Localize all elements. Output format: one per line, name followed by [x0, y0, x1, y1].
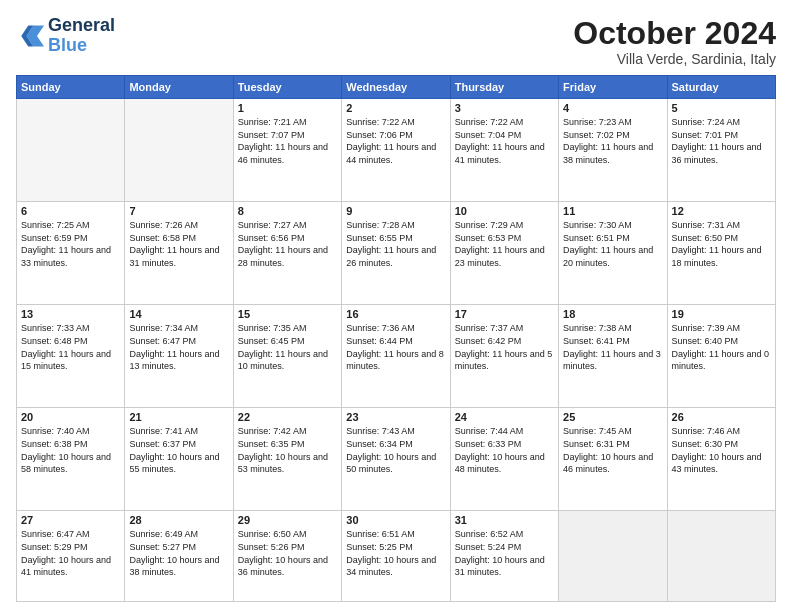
day-info: Sunrise: 6:50 AM Sunset: 5:26 PM Dayligh… [238, 528, 337, 578]
calendar-cell: 2Sunrise: 7:22 AM Sunset: 7:06 PM Daylig… [342, 99, 450, 202]
weekday-header: Friday [559, 76, 667, 99]
day-info: Sunrise: 7:44 AM Sunset: 6:33 PM Dayligh… [455, 425, 554, 475]
calendar-cell: 26Sunrise: 7:46 AM Sunset: 6:30 PM Dayli… [667, 408, 775, 511]
day-info: Sunrise: 6:47 AM Sunset: 5:29 PM Dayligh… [21, 528, 120, 578]
calendar-cell [559, 511, 667, 602]
calendar-cell: 7Sunrise: 7:26 AM Sunset: 6:58 PM Daylig… [125, 202, 233, 305]
day-number: 7 [129, 205, 228, 217]
calendar-cell: 9Sunrise: 7:28 AM Sunset: 6:55 PM Daylig… [342, 202, 450, 305]
day-info: Sunrise: 7:39 AM Sunset: 6:40 PM Dayligh… [672, 322, 771, 372]
subtitle: Villa Verde, Sardinia, Italy [573, 51, 776, 67]
day-info: Sunrise: 7:26 AM Sunset: 6:58 PM Dayligh… [129, 219, 228, 269]
day-info: Sunrise: 6:52 AM Sunset: 5:24 PM Dayligh… [455, 528, 554, 578]
header: General Blue October 2024 Villa Verde, S… [16, 16, 776, 67]
month-title: October 2024 [573, 16, 776, 51]
day-number: 6 [21, 205, 120, 217]
day-number: 18 [563, 308, 662, 320]
day-info: Sunrise: 7:22 AM Sunset: 7:04 PM Dayligh… [455, 116, 554, 166]
day-number: 22 [238, 411, 337, 423]
calendar-cell: 12Sunrise: 7:31 AM Sunset: 6:50 PM Dayli… [667, 202, 775, 305]
day-info: Sunrise: 6:51 AM Sunset: 5:25 PM Dayligh… [346, 528, 445, 578]
day-info: Sunrise: 7:37 AM Sunset: 6:42 PM Dayligh… [455, 322, 554, 372]
day-number: 31 [455, 514, 554, 526]
calendar-cell: 1Sunrise: 7:21 AM Sunset: 7:07 PM Daylig… [233, 99, 341, 202]
day-info: Sunrise: 7:33 AM Sunset: 6:48 PM Dayligh… [21, 322, 120, 372]
day-info: Sunrise: 7:23 AM Sunset: 7:02 PM Dayligh… [563, 116, 662, 166]
calendar-cell: 17Sunrise: 7:37 AM Sunset: 6:42 PM Dayli… [450, 305, 558, 408]
day-number: 13 [21, 308, 120, 320]
day-number: 26 [672, 411, 771, 423]
logo: General Blue [16, 16, 115, 56]
day-info: Sunrise: 7:25 AM Sunset: 6:59 PM Dayligh… [21, 219, 120, 269]
calendar-cell: 24Sunrise: 7:44 AM Sunset: 6:33 PM Dayli… [450, 408, 558, 511]
calendar-cell: 15Sunrise: 7:35 AM Sunset: 6:45 PM Dayli… [233, 305, 341, 408]
calendar-cell: 19Sunrise: 7:39 AM Sunset: 6:40 PM Dayli… [667, 305, 775, 408]
day-number: 30 [346, 514, 445, 526]
calendar-cell: 5Sunrise: 7:24 AM Sunset: 7:01 PM Daylig… [667, 99, 775, 202]
day-number: 17 [455, 308, 554, 320]
weekday-header: Thursday [450, 76, 558, 99]
day-number: 25 [563, 411, 662, 423]
calendar-cell: 10Sunrise: 7:29 AM Sunset: 6:53 PM Dayli… [450, 202, 558, 305]
day-info: Sunrise: 7:35 AM Sunset: 6:45 PM Dayligh… [238, 322, 337, 372]
day-number: 27 [21, 514, 120, 526]
day-number: 24 [455, 411, 554, 423]
calendar-cell: 22Sunrise: 7:42 AM Sunset: 6:35 PM Dayli… [233, 408, 341, 511]
weekday-header: Saturday [667, 76, 775, 99]
day-number: 19 [672, 308, 771, 320]
day-info: Sunrise: 7:31 AM Sunset: 6:50 PM Dayligh… [672, 219, 771, 269]
day-info: Sunrise: 7:24 AM Sunset: 7:01 PM Dayligh… [672, 116, 771, 166]
day-info: Sunrise: 7:43 AM Sunset: 6:34 PM Dayligh… [346, 425, 445, 475]
calendar-cell: 23Sunrise: 7:43 AM Sunset: 6:34 PM Dayli… [342, 408, 450, 511]
day-number: 28 [129, 514, 228, 526]
weekday-header: Monday [125, 76, 233, 99]
day-info: Sunrise: 7:46 AM Sunset: 6:30 PM Dayligh… [672, 425, 771, 475]
calendar-cell [125, 99, 233, 202]
calendar-cell: 13Sunrise: 7:33 AM Sunset: 6:48 PM Dayli… [17, 305, 125, 408]
day-info: Sunrise: 7:41 AM Sunset: 6:37 PM Dayligh… [129, 425, 228, 475]
day-info: Sunrise: 7:22 AM Sunset: 7:06 PM Dayligh… [346, 116, 445, 166]
calendar-cell: 16Sunrise: 7:36 AM Sunset: 6:44 PM Dayli… [342, 305, 450, 408]
day-info: Sunrise: 7:36 AM Sunset: 6:44 PM Dayligh… [346, 322, 445, 372]
day-number: 12 [672, 205, 771, 217]
calendar-cell: 28Sunrise: 6:49 AM Sunset: 5:27 PM Dayli… [125, 511, 233, 602]
day-info: Sunrise: 7:45 AM Sunset: 6:31 PM Dayligh… [563, 425, 662, 475]
calendar-cell: 30Sunrise: 6:51 AM Sunset: 5:25 PM Dayli… [342, 511, 450, 602]
day-info: Sunrise: 7:42 AM Sunset: 6:35 PM Dayligh… [238, 425, 337, 475]
calendar-cell: 11Sunrise: 7:30 AM Sunset: 6:51 PM Dayli… [559, 202, 667, 305]
weekday-header: Sunday [17, 76, 125, 99]
day-info: Sunrise: 7:28 AM Sunset: 6:55 PM Dayligh… [346, 219, 445, 269]
day-number: 15 [238, 308, 337, 320]
day-number: 3 [455, 102, 554, 114]
calendar-cell: 27Sunrise: 6:47 AM Sunset: 5:29 PM Dayli… [17, 511, 125, 602]
calendar-cell: 29Sunrise: 6:50 AM Sunset: 5:26 PM Dayli… [233, 511, 341, 602]
day-number: 14 [129, 308, 228, 320]
calendar-cell [667, 511, 775, 602]
calendar-cell: 31Sunrise: 6:52 AM Sunset: 5:24 PM Dayli… [450, 511, 558, 602]
calendar-cell: 25Sunrise: 7:45 AM Sunset: 6:31 PM Dayli… [559, 408, 667, 511]
day-number: 16 [346, 308, 445, 320]
day-number: 11 [563, 205, 662, 217]
day-info: Sunrise: 7:30 AM Sunset: 6:51 PM Dayligh… [563, 219, 662, 269]
day-number: 29 [238, 514, 337, 526]
calendar-cell: 4Sunrise: 7:23 AM Sunset: 7:02 PM Daylig… [559, 99, 667, 202]
day-info: Sunrise: 7:29 AM Sunset: 6:53 PM Dayligh… [455, 219, 554, 269]
day-number: 2 [346, 102, 445, 114]
calendar-cell: 18Sunrise: 7:38 AM Sunset: 6:41 PM Dayli… [559, 305, 667, 408]
calendar-cell: 21Sunrise: 7:41 AM Sunset: 6:37 PM Dayli… [125, 408, 233, 511]
day-number: 21 [129, 411, 228, 423]
day-info: Sunrise: 6:49 AM Sunset: 5:27 PM Dayligh… [129, 528, 228, 578]
day-info: Sunrise: 7:40 AM Sunset: 6:38 PM Dayligh… [21, 425, 120, 475]
day-number: 9 [346, 205, 445, 217]
calendar-cell: 6Sunrise: 7:25 AM Sunset: 6:59 PM Daylig… [17, 202, 125, 305]
day-info: Sunrise: 7:27 AM Sunset: 6:56 PM Dayligh… [238, 219, 337, 269]
logo-icon [16, 22, 44, 50]
day-number: 20 [21, 411, 120, 423]
day-number: 23 [346, 411, 445, 423]
day-number: 5 [672, 102, 771, 114]
day-number: 8 [238, 205, 337, 217]
page: General Blue October 2024 Villa Verde, S… [0, 0, 792, 612]
title-block: October 2024 Villa Verde, Sardinia, Ital… [573, 16, 776, 67]
logo-text: General Blue [48, 16, 115, 56]
day-number: 1 [238, 102, 337, 114]
